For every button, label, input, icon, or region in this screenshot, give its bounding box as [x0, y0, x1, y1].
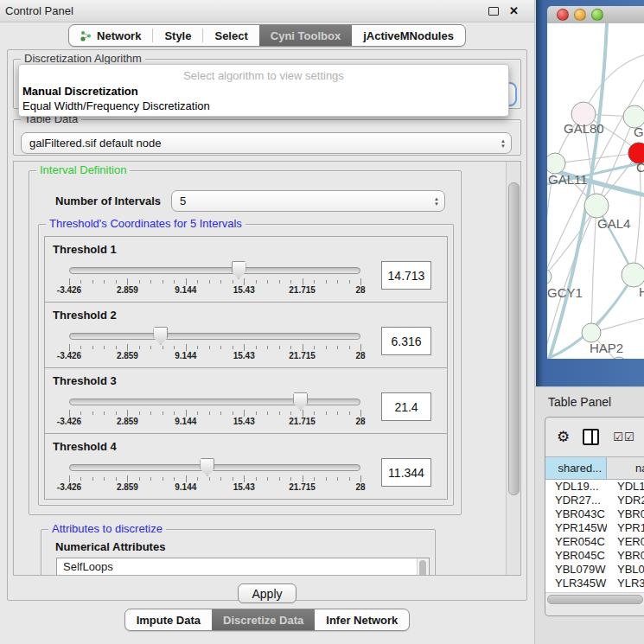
right-column: GAL80GCGAL11GAL4GCY1HHAP2 Table Panel ⚙ …: [535, 0, 644, 644]
vertical-scrollbar-thumb[interactable]: [508, 182, 520, 495]
network-node-gcy1[interactable]: [547, 269, 552, 284]
apply-button[interactable]: Apply: [238, 583, 296, 603]
column-header-name[interactable]: na: [607, 457, 644, 479]
combo-stepper-icon: ▲▼: [495, 133, 511, 153]
threshold-label: Threshold 1: [53, 243, 447, 256]
slider-thumb[interactable]: [232, 261, 246, 279]
gear-icon[interactable]: ⚙: [557, 428, 570, 446]
tab-style[interactable]: Style: [153, 25, 202, 46]
table-row[interactable]: YER054CYER0: [545, 535, 644, 549]
table-row[interactable]: YBR043CYBR0: [545, 507, 644, 521]
network-canvas[interactable]: GAL80GCGAL11GAL4GCY1HHAP2: [547, 23, 644, 359]
attributes-group-title: Attributes to discretize: [48, 523, 166, 535]
cell-shared-name: YDL19...: [545, 480, 607, 494]
threshold-slider[interactable]: -3.4262.8599.14415.4321.71528: [69, 391, 360, 425]
node-label: GCY1: [547, 285, 583, 300]
cell-name: YBR0: [607, 507, 644, 521]
table-row[interactable]: YLR345WYLR3: [545, 577, 644, 590]
network-edge: [591, 206, 596, 333]
close-icon[interactable]: ✕: [509, 4, 519, 17]
tab-jactivemnodules[interactable]: jActiveMNodules: [352, 25, 465, 46]
minimize-traffic-light[interactable]: [574, 9, 586, 21]
table-data-combobox[interactable]: galFiltered.sif default node ▲▼: [21, 132, 512, 154]
network-icon: [80, 30, 92, 41]
attributes-group: Attributes to discretize Numerical Attri…: [41, 529, 436, 576]
network-view-window: GAL80GCGAL11GAL4GCY1HHAP2: [536, 0, 644, 386]
attribute-list-item[interactable]: SelfLoops: [57, 558, 429, 575]
combo-stepper-icon: ▲▼: [429, 191, 444, 211]
attribute-list-item[interactable]: TopologicalCoefficient: [57, 575, 429, 576]
slider-thumb[interactable]: [200, 458, 214, 476]
tab-group: Network Style Select Cyni Toolbox jActiv…: [68, 24, 466, 47]
table-row[interactable]: YBL079WYBL0: [545, 563, 644, 577]
table-row[interactable]: YPR145WYPR1: [545, 521, 644, 535]
node-label: GAL11: [548, 172, 588, 187]
zoom-traffic-light[interactable]: [591, 9, 603, 21]
checkbox-icon[interactable]: ☑: [613, 430, 623, 443]
table-toolbar: ⚙ ☑ ☑: [545, 418, 644, 456]
threshold-value-field[interactable]: 6.316: [381, 327, 431, 355]
network-node-hap2[interactable]: [582, 323, 601, 342]
cell-shared-name: YLR345W: [545, 577, 607, 590]
cell-name: YBL0: [607, 563, 644, 577]
threshold-slider[interactable]: -3.4262.8599.14415.4321.71528: [69, 325, 360, 360]
network-edge: [555, 153, 639, 163]
node-label: GAL80: [564, 121, 604, 136]
network-window-titlebar[interactable]: [547, 6, 644, 24]
network-node-gal11[interactable]: [547, 153, 565, 174]
table-header-row: shared... na: [545, 456, 644, 480]
threshold-row-3: Threshold 3-3.4262.8599.14415.4321.71528…: [44, 367, 448, 434]
table-row[interactable]: YBR045CYBR0: [545, 549, 644, 563]
tab-impute-data[interactable]: Impute Data: [125, 609, 212, 630]
cell-shared-name: YER054C: [545, 535, 607, 549]
panel-title: Control Panel: [5, 4, 73, 17]
number-of-intervals-row: Number of Intervals 5 ▲▼: [55, 190, 445, 212]
column-header-shared-name[interactable]: shared...: [545, 457, 607, 479]
threshold-row-1: Threshold 1-3.4262.8599.14415.4321.71528…: [44, 236, 448, 303]
horizontal-scrollbar[interactable]: [545, 592, 644, 605]
threshold-value-field[interactable]: 11.344: [381, 458, 431, 487]
cell-name: YDR2: [607, 494, 644, 507]
table-panel-window: ⚙ ☑ ☑ shared... na YDL19...YDL1YDR27...Y…: [545, 417, 644, 616]
tab-cyni-toolbox[interactable]: Cyni Toolbox: [259, 25, 352, 46]
tab-network[interactable]: Network: [69, 25, 152, 46]
list-scrollbar[interactable]: [417, 558, 429, 576]
tab-select[interactable]: Select: [203, 25, 258, 46]
number-of-intervals-value: 5: [180, 194, 429, 207]
threshold-value-field[interactable]: 14.713: [381, 261, 431, 290]
network-node-h[interactable]: [622, 263, 644, 287]
dropdown-options: Manual DiscretizationEqual Width/Frequen…: [19, 84, 508, 113]
horizontal-scrollbar-thumb[interactable]: [547, 595, 643, 604]
dropdown-option[interactable]: Manual Discretization: [19, 84, 508, 99]
algorithm-dropdown-popup: Select algorithm to view settings Manual…: [18, 64, 509, 117]
cell-name: YLR3: [607, 577, 644, 590]
dropdown-hint: Select algorithm to view settings: [19, 67, 508, 84]
slider-thumb[interactable]: [293, 392, 308, 411]
vertical-scrollbar[interactable]: [506, 162, 520, 575]
threshold-value-field[interactable]: 21.4: [381, 392, 431, 421]
close-traffic-light[interactable]: [557, 9, 569, 21]
checkbox-icon[interactable]: ☑: [624, 430, 634, 443]
table-panel-title: Table Panel: [548, 395, 611, 409]
tab-infer-network[interactable]: Infer Network: [315, 609, 409, 630]
network-node-gal4[interactable]: [584, 194, 609, 218]
threshold-row-2: Threshold 2-3.4262.8599.14415.4321.71528…: [44, 302, 448, 368]
tab-discretize-data[interactable]: Discretize Data: [212, 609, 315, 630]
threshold-slider[interactable]: -3.4262.8599.14415.4321.71528: [69, 259, 360, 294]
tab-network-label: Network: [97, 29, 141, 42]
threshold-slider[interactable]: -3.4262.8599.14415.4321.71528: [69, 456, 360, 491]
slider-thumb[interactable]: [153, 327, 168, 345]
cell-name: YDL1: [607, 480, 644, 494]
dropdown-option[interactable]: Equal Width/Frequency Discretization: [19, 99, 508, 113]
cell-shared-name: YPR145W: [545, 521, 607, 535]
cell-name: YPR1: [607, 521, 644, 535]
cyni-toolbox-panel: Discretization Algorithm Select algorith…: [7, 49, 527, 601]
number-of-intervals-combobox[interactable]: 5 ▲▼: [171, 190, 445, 212]
split-columns-icon[interactable]: [583, 429, 599, 445]
table-row[interactable]: YDR27...YDR2: [545, 494, 644, 507]
control-panel: Control Panel ✕ Network: [0, 0, 535, 644]
float-window-icon[interactable]: [488, 7, 499, 16]
node-label: GAL4: [597, 216, 630, 231]
table-row[interactable]: YDL19...YDL1: [545, 480, 644, 494]
node-label: C: [636, 160, 644, 175]
